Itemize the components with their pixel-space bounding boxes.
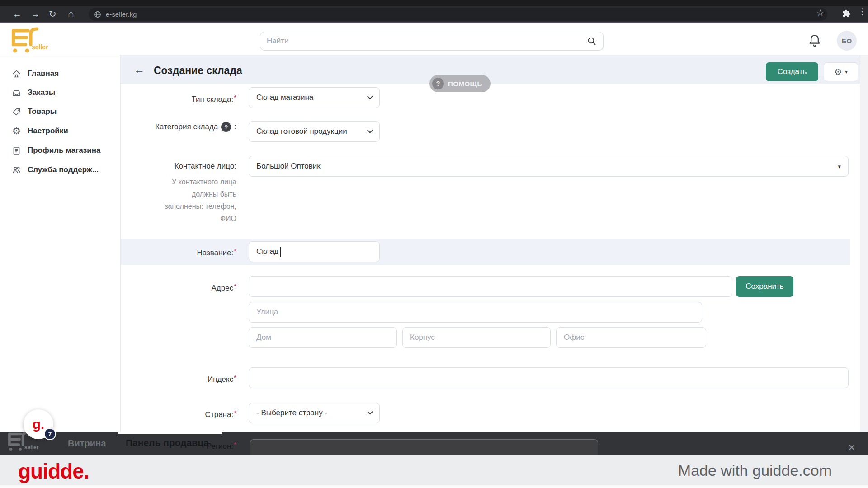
sidebar-label: Заказы xyxy=(28,88,55,97)
warehouse-category-value: Склад готовой продукции xyxy=(256,127,347,136)
form-panel: Тип склада:* Склад магазина Категория ск… xyxy=(121,84,860,432)
warehouse-type-label: Тип склада:* xyxy=(121,92,236,105)
required-marker: * xyxy=(234,282,236,290)
gear-icon: ⚙ xyxy=(834,67,842,77)
eseller-logo[interactable]: seller xyxy=(8,25,58,55)
warehouse-category-label: Категория склада ? : xyxy=(121,122,236,132)
logo-seller-text: seller xyxy=(24,444,38,450)
country-value: - Выберите страну - xyxy=(256,408,327,418)
browser-home-icon[interactable]: ⌂ xyxy=(68,6,74,22)
required-marker: * xyxy=(234,374,236,381)
contact-person-hint: У контактного лица должны быть заполнены… xyxy=(121,176,236,225)
create-button[interactable]: Создать xyxy=(766,62,818,81)
people-icon xyxy=(12,165,21,175)
contact-person-value: Большой Оптовик xyxy=(256,162,321,171)
question-icon: ? xyxy=(432,78,444,89)
guidde-bubble-logo: g. xyxy=(33,417,45,432)
name-input[interactable]: Склад xyxy=(249,241,380,262)
address-save-button[interactable]: Сохранить xyxy=(736,276,793,297)
text-cursor xyxy=(280,247,281,257)
country-select[interactable]: - Выберите страну - xyxy=(249,403,380,423)
required-marker: * xyxy=(234,441,236,448)
tab-storefront[interactable]: Витрина xyxy=(68,438,106,449)
contact-person-select[interactable]: Большой Оптовик ▾ xyxy=(249,156,849,177)
url-text: e-seller.kg xyxy=(106,10,137,18)
chevron-down-icon xyxy=(367,127,373,133)
page-title: Создание склада xyxy=(154,65,242,77)
screen: ← → ↻ ⌂ e-seller.kg ☆ ⋮ seller xyxy=(0,0,868,488)
browser-reload-icon[interactable]: ↻ xyxy=(49,6,57,22)
home-icon xyxy=(12,69,21,79)
street-input[interactable] xyxy=(249,302,702,323)
warehouse-category-select[interactable]: Склад готовой продукции xyxy=(249,121,380,142)
page-settings-button[interactable]: ⚙ ▾ xyxy=(824,62,858,81)
browser-menu-dots-icon[interactable]: ⋮ xyxy=(858,6,867,17)
country-label: Страна:* xyxy=(121,408,236,420)
guidde-footer: guidde. Made with guidde.com xyxy=(0,455,868,485)
building-input[interactable] xyxy=(402,327,551,348)
browser-tab-strip xyxy=(0,0,868,6)
name-label: Название:* xyxy=(121,246,236,258)
address-label: Адрес* xyxy=(121,281,236,294)
index-input[interactable] xyxy=(249,367,849,388)
sidebar-item-store-profile[interactable]: Профиль магазина xyxy=(0,141,121,160)
tag-icon xyxy=(12,107,21,117)
warehouse-type-value: Склад магазина xyxy=(256,93,313,102)
contact-person-label: Контактное лицо: xyxy=(121,161,236,172)
sidebar-label: Главная xyxy=(28,69,59,78)
site-globe-icon xyxy=(94,11,101,18)
address-input[interactable] xyxy=(249,276,732,297)
sidebar-item-support[interactable]: Служба поддерж... xyxy=(0,160,121,179)
sidebar-label: Товары xyxy=(28,107,57,116)
browser-back-icon[interactable]: ← xyxy=(13,6,22,22)
logo-seller-text: seller xyxy=(32,43,48,51)
notifications-bell-icon[interactable] xyxy=(807,33,822,49)
sidebar-item-orders[interactable]: Заказы xyxy=(0,83,121,102)
footer-bottom-strip xyxy=(0,485,868,488)
bottom-tab-bar: seller Витрина Панель продавца Регион:* … xyxy=(0,432,868,455)
search-input[interactable] xyxy=(267,37,556,46)
avatar[interactable]: БО xyxy=(837,31,857,51)
close-icon[interactable]: ✕ xyxy=(848,442,855,453)
gear-icon: ⚙ xyxy=(12,127,21,136)
chevron-down-icon xyxy=(367,409,373,415)
made-with-text: Made with guidde.com xyxy=(678,462,832,479)
required-marker: * xyxy=(234,409,236,417)
sidebar-label: Профиль магазина xyxy=(28,146,100,155)
name-input-value: Склад xyxy=(256,247,278,256)
extensions-puzzle-icon[interactable] xyxy=(842,9,851,18)
active-tab-indicator xyxy=(118,432,222,434)
chevron-down-icon xyxy=(367,94,373,99)
inbox-icon xyxy=(12,88,21,98)
region-label: Регион:* xyxy=(172,441,236,451)
required-marker: * xyxy=(234,94,236,101)
warehouse-type-select[interactable]: Склад магазина xyxy=(249,87,380,108)
browser-forward-icon[interactable]: → xyxy=(31,6,40,22)
search-icon[interactable] xyxy=(587,36,597,46)
bookmark-star-icon[interactable]: ☆ xyxy=(816,8,824,18)
sidebar-item-home[interactable]: Главная xyxy=(0,64,121,83)
sidebar-label: Служба поддерж... xyxy=(28,165,99,174)
sidebar-item-settings[interactable]: ⚙ Настройки xyxy=(0,122,121,141)
sidebar-item-products[interactable]: Товары xyxy=(0,102,121,121)
help-circle-icon[interactable]: ? xyxy=(221,122,231,132)
guidde-step-badge: 7 xyxy=(44,428,56,440)
help-tooltip[interactable]: ? ПОМОЩЬ xyxy=(429,75,491,92)
help-tooltip-label: ПОМОЩЬ xyxy=(448,80,482,88)
sidebar-label: Настройки xyxy=(28,127,68,136)
dropdown-caret-icon: ▾ xyxy=(838,163,841,170)
chevron-down-icon: ▾ xyxy=(845,69,848,75)
required-marker: * xyxy=(234,247,236,255)
address-bar[interactable]: e-seller.kg xyxy=(89,8,827,21)
global-search xyxy=(260,32,604,51)
region-input[interactable] xyxy=(250,439,598,455)
guidde-logo[interactable]: guidde. xyxy=(18,459,89,483)
office-input[interactable] xyxy=(556,327,706,348)
index-label: Индекс* xyxy=(121,372,236,385)
page-back-icon[interactable]: ← xyxy=(134,63,145,76)
house-input[interactable] xyxy=(249,327,397,348)
scrollbar[interactable] xyxy=(860,55,868,432)
sidebar: Главная Заказы Товары ⚙ Настройки xyxy=(0,55,121,432)
document-icon xyxy=(12,146,21,155)
